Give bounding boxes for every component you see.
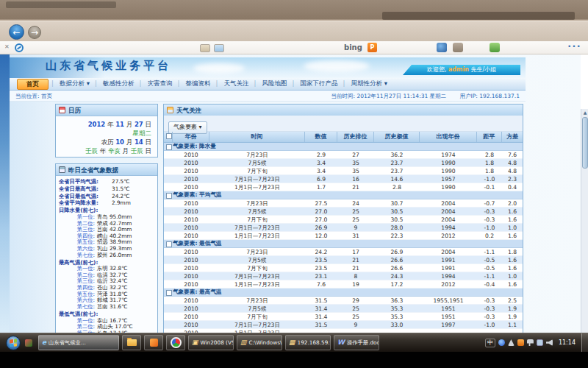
taskbar-button[interactable]: W操作手册.docx .. bbox=[334, 335, 379, 350]
yesterday-weather-panel: 昨日全省气象数据 全省日平均气温:27.5℃全省日最高气温:31.5℃全省日最低… bbox=[55, 163, 158, 335]
table-row: 20107月1日—7月23日31.5933.01997-1.01.1 bbox=[164, 321, 523, 329]
nav-item-首页[interactable]: 首页 bbox=[17, 79, 49, 90]
webpage: 山东省气候业务平台 欢迎您, admin 先生/小姐 首页数据分析 ▾敏感性分析… bbox=[0, 54, 581, 335]
start-button[interactable] bbox=[6, 336, 21, 350]
column-header-出现年份[interactable]: 出现年份 bbox=[420, 132, 477, 142]
table-row: 20107月23日2.92736.219742.87.6 bbox=[164, 151, 523, 159]
weather-focus-title: 天气关注 bbox=[176, 105, 201, 116]
screen: ← → http://192.168.137.1/GLCCLIMATE/modu… bbox=[0, 0, 588, 368]
card-icon[interactable] bbox=[200, 44, 210, 52]
nav-item-灾害查询[interactable]: 灾害查询 bbox=[140, 79, 179, 88]
document-icon bbox=[59, 166, 65, 173]
toolbar-close-icon[interactable]: ✕ bbox=[4, 43, 10, 50]
column-header-方差[interactable]: 方差 bbox=[502, 132, 523, 142]
vertical-scrollbar[interactable]: ▲ ▼ bbox=[581, 109, 588, 335]
show-hidden-icons[interactable] bbox=[508, 339, 514, 346]
nav-item-敏感性分析[interactable]: 敏感性分析 bbox=[96, 79, 141, 88]
mail-icon[interactable] bbox=[214, 44, 224, 52]
compass-icon[interactable] bbox=[15, 43, 24, 52]
scrollbar-thumb[interactable] bbox=[582, 117, 588, 169]
column-header-时间[interactable]: 时间 bbox=[209, 132, 305, 142]
table-row: 20107月23日31.52936.31955,1951-0.32.5 bbox=[164, 297, 523, 305]
taskbar: e山东省气候业... ▣Win2008 (VS2...▥C:\Windows\s… bbox=[0, 333, 588, 352]
app-icon: ▥ bbox=[240, 336, 247, 350]
weather-rank-item: 第七位:莒南 31.6℃ bbox=[59, 304, 154, 311]
taskbar-clock[interactable]: 11:14 bbox=[559, 339, 576, 346]
group-checkbox[interactable] bbox=[166, 193, 172, 199]
back-button[interactable]: ← bbox=[9, 24, 24, 40]
bing-badge-icon[interactable]: P bbox=[368, 43, 377, 52]
weather-focus-panel: 天气关注 气象要素 ▾ 年份时间数值历史排位历史极值出现年份距平方差 气象要素:… bbox=[163, 104, 523, 335]
column-header-数值[interactable]: 数值 bbox=[305, 132, 337, 142]
table-row: 20107月5候3.43523.719901.84.8 bbox=[164, 159, 523, 167]
weather-stat: 全省日平均气温:27.5℃ bbox=[59, 179, 154, 185]
user-ip: 用户IP: 192.168.137.1 bbox=[459, 93, 520, 99]
network-icon[interactable] bbox=[537, 339, 543, 346]
ime-indicator[interactable]: 中 bbox=[485, 339, 495, 347]
welcome-suffix: 先生/小姐 bbox=[470, 66, 496, 73]
task-buttons-text: ▣Win2008 (VS2...▥C:\Windows\s...▦192.168… bbox=[188, 335, 382, 350]
table-row: 20107月5候23.52126.61991-0.51.6 bbox=[164, 256, 523, 264]
group-row[interactable]: 气象要素: 最低气温 bbox=[164, 240, 523, 248]
select-all-checkbox[interactable] bbox=[166, 133, 172, 139]
group-checkbox[interactable] bbox=[166, 290, 172, 296]
volume-icon[interactable] bbox=[546, 339, 553, 346]
table-row: 20107月1日—7月23日23.1824.31994-1.11.0 bbox=[164, 272, 523, 280]
nav-item-周期性分析[interactable]: 周期性分析 ▾ bbox=[344, 79, 393, 88]
calendar-panel-header: 日历 bbox=[56, 105, 157, 116]
browser-viewport: 山东省气候业务平台 欢迎您, admin 先生/小姐 首页数据分析 ▾敏感性分析… bbox=[0, 54, 588, 335]
weather-focus-icon bbox=[167, 107, 173, 113]
column-header-距平[interactable]: 距平 bbox=[477, 132, 502, 142]
weather-rank-item: 第七位:胶州 26.0mm bbox=[59, 252, 154, 259]
table-row: 20107月23日27.52430.72004-0.72.0 bbox=[164, 199, 523, 208]
tray-app-icon[interactable] bbox=[498, 339, 505, 346]
forward-button[interactable]: → bbox=[28, 26, 41, 39]
status-right: 当前时间: 2012年11月27日 11:14:31 星期二 用户IP: 192… bbox=[320, 91, 520, 102]
welcome-prefix: 欢迎您, bbox=[427, 66, 447, 73]
app-icon: ▦ bbox=[289, 336, 295, 350]
puzzle-addon-icon[interactable] bbox=[490, 43, 500, 52]
background-window-fragment bbox=[6, 1, 116, 8]
screen-bottom-bezel bbox=[0, 352, 588, 368]
taskbar-button[interactable]: ▦192.168.59.99... bbox=[285, 335, 331, 350]
nav-item-风险地图[interactable]: 风险地图 bbox=[255, 79, 293, 88]
column-header-历史排位[interactable]: 历史排位 bbox=[337, 132, 374, 142]
table-row: 20107月下旬23.52126.61991-0.51.6 bbox=[164, 264, 523, 272]
more-options-dots[interactable]: ••• bbox=[567, 43, 581, 50]
group-row[interactable]: 气象要素: 降水量 bbox=[164, 143, 523, 151]
paw-addon-icon[interactable] bbox=[453, 43, 463, 52]
nav-item-天气关注[interactable]: 天气关注 bbox=[217, 79, 255, 88]
column-header-年份[interactable]: 年份 bbox=[173, 132, 209, 142]
lunar-date: 农历 10 月 14 日 bbox=[56, 138, 151, 146]
pinned-app-icon[interactable] bbox=[25, 339, 32, 347]
show-desktop-button[interactable] bbox=[581, 333, 588, 353]
group-row[interactable]: 气象要素: 平均气温 bbox=[164, 191, 523, 199]
calendar-body: 2012 年 11 月 27 日 星期二 农历 10 月 14 日 壬辰 年 辛… bbox=[56, 116, 157, 155]
flag-action-center-icon[interactable] bbox=[527, 339, 534, 346]
explorer-taskbar-button[interactable] bbox=[122, 335, 141, 350]
table-row: 20107月下旬3.43523.719901.84.8 bbox=[164, 167, 523, 175]
media-taskbar-button[interactable] bbox=[144, 335, 163, 350]
taskbar-button[interactable]: ▣Win2008 (VS2... bbox=[188, 335, 234, 350]
weather-panel-body: 全省日平均气温:27.5℃全省日最高气温:31.5℃全省日最低气温:24.2℃全… bbox=[56, 176, 157, 335]
browser2-taskbar-button[interactable] bbox=[166, 335, 185, 350]
group-row[interactable]: 气象要素: 最高气温 bbox=[164, 289, 523, 297]
system-tray: 中 11:14 bbox=[485, 333, 588, 353]
nav-item-数据分析[interactable]: 数据分析 ▾ bbox=[53, 79, 96, 88]
nav-item-国家下行产品[interactable]: 国家下行产品 bbox=[293, 79, 344, 88]
column-header-历史极值[interactable]: 历史极值 bbox=[374, 132, 420, 142]
group-checkbox[interactable] bbox=[166, 144, 172, 150]
camera-addon-icon[interactable] bbox=[437, 43, 447, 52]
calendar-panel: 日历 2012 年 11 月 27 日 星期二 农历 10 月 14 日 bbox=[55, 104, 158, 158]
taskbar-button[interactable]: e山东省气候业... bbox=[38, 335, 119, 350]
bing-logo[interactable]: bing bbox=[344, 43, 362, 52]
table-row: 20101月1日—7月23日12.03122.320120.21.6 bbox=[164, 232, 523, 240]
scroll-up-arrow[interactable]: ▲ bbox=[581, 109, 588, 116]
browser-toolbar bbox=[0, 41, 588, 54]
table-row: 20101月1日—7月23日7.61917.22012-0.41.6 bbox=[164, 280, 523, 289]
group-checkbox[interactable] bbox=[166, 241, 172, 247]
taskbar-button[interactable]: ▥C:\Windows\s... bbox=[237, 335, 282, 350]
table-row: 20107月下旬31.42535.31951-0.31.9 bbox=[164, 313, 523, 321]
security-tray-icon[interactable] bbox=[517, 339, 524, 346]
nav-item-整编资料[interactable]: 整编资料 bbox=[179, 79, 217, 88]
